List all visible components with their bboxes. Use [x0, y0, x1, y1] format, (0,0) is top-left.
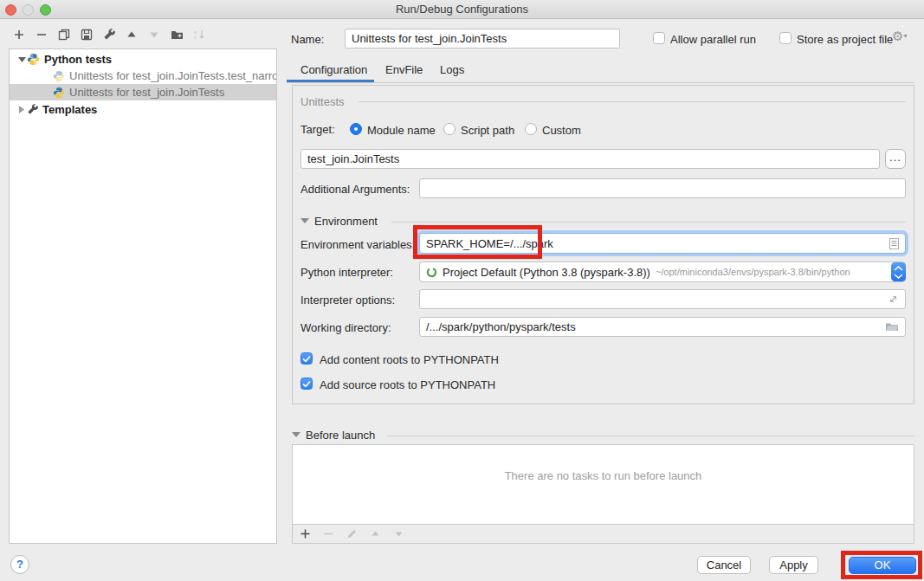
tab-strip-divider [287, 82, 914, 83]
before-launch-empty-message: There are no tasks to run before launch [293, 469, 914, 482]
copy-icon[interactable] [57, 28, 71, 42]
tab-configuration[interactable]: Configuration [300, 62, 367, 77]
help-button[interactable]: ? [10, 555, 29, 574]
interpreter-options-input[interactable] [419, 289, 906, 309]
ok-button[interactable]: OK [849, 557, 916, 574]
move-down-icon [147, 28, 161, 42]
browse-folder-icon[interactable] [885, 321, 899, 332]
remove-icon [321, 527, 335, 541]
name-label: Name: [291, 33, 324, 47]
add-source-roots-label: Add source roots to PYTHONPATH [320, 378, 495, 392]
new-folder-icon[interactable] [170, 28, 184, 42]
window-title: Run/Debug Configurations [0, 0, 924, 19]
run-debug-configurations-dialog: Run/Debug Configurations az Py [0, 0, 924, 581]
tree-group-templates[interactable]: Templates [10, 101, 276, 118]
environment-section-rule [391, 222, 906, 223]
browse-module-button[interactable]: ... [885, 149, 906, 169]
conda-environment-icon [426, 267, 437, 278]
target-custom-label: Custom [542, 124, 581, 138]
store-as-project-file-checkbox[interactable] [779, 32, 792, 44]
tree-item-label: Unittests for test_join.JoinTests.test_n… [69, 69, 276, 82]
python-tests-icon [53, 87, 65, 99]
working-directory-input[interactable]: /.../spark/python/pyspark/tests [419, 317, 906, 337]
store-as-project-file-label: Store as project file [797, 33, 893, 47]
environment-variables-label: Environment variables: [300, 238, 415, 252]
before-launch-section-rule [387, 436, 914, 436]
additional-arguments-label: Additional Arguments: [300, 183, 410, 197]
tree-group-python-tests[interactable]: Python tests [10, 51, 276, 68]
python-tests-icon [53, 70, 65, 82]
move-down-icon [391, 527, 405, 541]
cancel-button[interactable]: Cancel [697, 556, 751, 574]
additional-arguments-input[interactable] [419, 178, 906, 198]
working-directory-label: Working directory: [300, 321, 391, 335]
move-up-icon [368, 527, 382, 541]
wrench-icon[interactable] [102, 28, 116, 42]
group-title-rule [359, 101, 906, 102]
python-interpreter-label: Python interpreter: [300, 266, 393, 280]
expand-editor-icon[interactable] [888, 294, 899, 305]
interpreter-options-label: Interpreter options: [300, 294, 395, 307]
tree-item-test-narrow[interactable]: Unittests for test_join.JoinTests.test_n… [10, 68, 276, 84]
interpreter-name: Project Default (Python 3.8 (pyspark-3.8… [443, 266, 650, 279]
before-launch-section-title: Before launch [306, 429, 375, 442]
target-custom-radio[interactable] [525, 123, 537, 135]
before-launch-toolbar [293, 524, 914, 543]
chevron-collapsed-icon[interactable] [16, 106, 27, 113]
add-icon[interactable] [12, 28, 26, 42]
edit-variables-icon[interactable] [889, 238, 899, 249]
target-script-path-radio[interactable] [443, 123, 456, 135]
target-label: Target: [300, 123, 335, 137]
tree-item-label: Templates [42, 103, 97, 116]
interpreter-path: ~/opt/miniconda3/envs/pyspark-3.8/bin/py… [656, 267, 850, 277]
edit-pencil-icon [345, 527, 359, 541]
python-tests-icon [27, 53, 40, 66]
add-source-roots-checkbox[interactable] [300, 378, 313, 390]
add-icon[interactable] [298, 527, 312, 541]
environment-variables-value: SPARK_HOME=/.../spark [426, 237, 553, 250]
tree-item-label: Python tests [44, 53, 112, 66]
name-input[interactable]: Unittests for test_join.JoinTests [345, 29, 620, 48]
svg-text:z: z [194, 35, 197, 40]
configurations-tree: Python tests Unittests for test_join.Joi… [9, 48, 277, 544]
save-icon[interactable] [80, 28, 94, 42]
target-script-path-label: Script path [461, 124, 514, 138]
tree-item-jointests-selected[interactable]: Unittests for test_join.JoinTests [10, 84, 276, 100]
add-content-roots-label: Add content roots to PYTHONPATH [320, 353, 499, 367]
select-stepper-icon[interactable] [891, 262, 906, 281]
allow-parallel-run-checkbox[interactable] [653, 32, 665, 44]
environment-section-title: Environment [314, 215, 378, 229]
environment-variables-input[interactable]: SPARK_HOME=/.../spark [419, 233, 906, 254]
before-launch-task-list: There are no tasks to run before launch [292, 444, 914, 544]
remove-icon[interactable] [35, 28, 48, 42]
chevron-expanded-icon[interactable] [16, 56, 27, 63]
tree-item-label: Unittests for test_join.JoinTests [69, 86, 224, 99]
before-launch-collapse-icon[interactable] [292, 432, 300, 437]
move-up-icon[interactable] [125, 28, 139, 42]
tab-envfile[interactable]: EnvFile [385, 62, 423, 77]
environment-collapse-icon[interactable] [300, 218, 309, 223]
python-interpreter-select[interactable]: Project Default (Python 3.8 (pyspark-3.8… [419, 261, 906, 282]
apply-button[interactable]: Apply [769, 556, 818, 574]
templates-wrench-icon [27, 104, 38, 115]
gear-icon[interactable]: ⚙▾ [892, 29, 907, 44]
titlebar: Run/Debug Configurations [0, 0, 924, 19]
configurations-toolbar: az [12, 28, 206, 42]
add-content-roots-checkbox[interactable] [300, 352, 313, 365]
target-module-name-radio[interactable] [350, 123, 362, 135]
tab-logs[interactable]: Logs [440, 62, 464, 77]
module-name-input[interactable]: test_join.JoinTests [300, 149, 880, 169]
sort-alphabetically-icon: az [192, 28, 206, 42]
target-module-name-label: Module name [367, 124, 436, 138]
unittests-group-title: Unittests [300, 95, 345, 109]
working-directory-value: /.../spark/python/pyspark/tests [426, 320, 576, 333]
allow-parallel-run-label: Allow parallel run [670, 33, 756, 47]
